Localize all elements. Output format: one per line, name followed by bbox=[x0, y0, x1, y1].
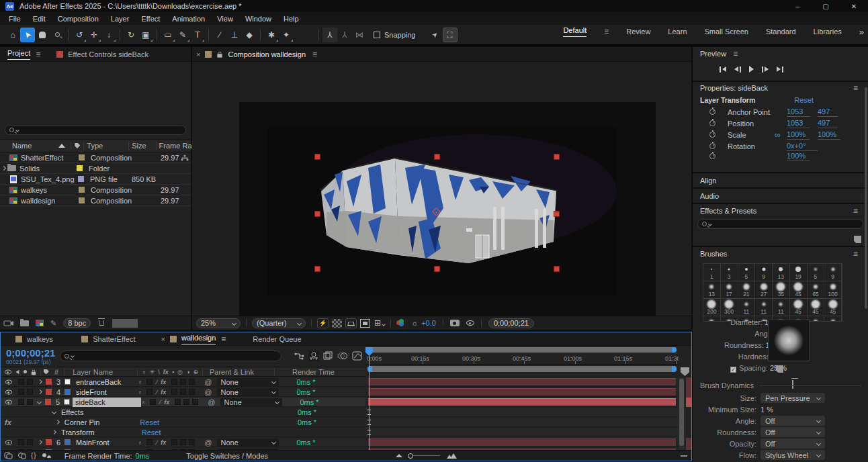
brush-preset[interactable]: 11 bbox=[773, 299, 790, 316]
parent-select[interactable]: None bbox=[217, 438, 279, 447]
effect-reset-link[interactable]: Reset bbox=[140, 418, 159, 426]
magnification-select[interactable]: 25% bbox=[196, 318, 241, 328]
brushes-panel-title[interactable]: Brushes bbox=[700, 250, 727, 258]
comp-canvas[interactable] bbox=[192, 62, 691, 316]
time-ruler-area[interactable]: 0:00s 00:15s 00:30s 00:45s 01:00s 01:15s… bbox=[365, 346, 679, 373]
quality-toggle[interactable]: ∕ bbox=[157, 379, 158, 385]
layer-label-chip[interactable] bbox=[46, 379, 52, 385]
home-tool[interactable]: ⌂ bbox=[5, 28, 20, 42]
new-brush-icon[interactable] bbox=[776, 365, 783, 373]
corner-pin-handle[interactable] bbox=[314, 154, 320, 160]
tab-project[interactable]: Project bbox=[7, 49, 30, 60]
parent-select[interactable]: None bbox=[217, 378, 279, 386]
transparency-grid-icon[interactable] bbox=[332, 319, 342, 328]
timeline-tab-menu-icon[interactable]: ≡ bbox=[221, 335, 226, 343]
quality-toggle[interactable]: ∕ bbox=[157, 439, 158, 446]
expander-icon[interactable] bbox=[38, 440, 42, 445]
layer-row-entranceBack[interactable]: 3 entranceBack ♁ ∕ fx @ None 0ms * bbox=[1, 377, 365, 387]
world-axis-mode-icon[interactable]: ⅄ bbox=[337, 28, 352, 42]
viewer-panel-menu-icon[interactable]: ≡ bbox=[312, 50, 317, 58]
solo-cell[interactable] bbox=[18, 439, 24, 445]
menu-view[interactable]: View bbox=[211, 15, 239, 23]
menu-window[interactable]: Window bbox=[239, 15, 277, 23]
timeline-tab-shattereffect[interactable]: ShatterEffect bbox=[93, 335, 135, 343]
solo-cell[interactable] bbox=[18, 399, 24, 405]
shy-toggle[interactable]: ♁ bbox=[138, 379, 142, 385]
current-timecode[interactable]: 0;00;00;21 bbox=[6, 347, 55, 359]
fx-badge[interactable]: fx bbox=[5, 418, 11, 426]
brush-preset[interactable]: 45 bbox=[790, 281, 808, 298]
eye-icon[interactable] bbox=[5, 389, 12, 394]
layer-duration-bar-selected[interactable] bbox=[368, 398, 676, 406]
toggle-cell[interactable] bbox=[189, 379, 195, 385]
brush-preset[interactable]: 35 bbox=[773, 281, 790, 298]
horizontal-scrollbar[interactable] bbox=[367, 366, 677, 372]
sort-asc-icon[interactable] bbox=[58, 144, 65, 148]
effects-group-row[interactable]: Effects 0ms * bbox=[1, 408, 365, 417]
rectangle-tool[interactable]: ▭ bbox=[161, 28, 175, 42]
layer-transform-group[interactable]: Layer Transform bbox=[700, 96, 755, 104]
brush-preset[interactable]: 5 bbox=[738, 264, 756, 281]
audio-panel-title[interactable]: Audio bbox=[700, 192, 719, 200]
layer-row-MainFront[interactable]: 6 MainFront ♁ ∕ fx @ None 0ms * bbox=[1, 438, 365, 447]
brush-preset[interactable] bbox=[808, 316, 825, 321]
position-x-value[interactable]: 1053 bbox=[787, 119, 810, 128]
lock-cell[interactable] bbox=[27, 399, 33, 405]
angle-dynamics-select[interactable]: Off bbox=[761, 416, 825, 426]
group-name[interactable]: Transform bbox=[61, 428, 95, 436]
layer-label-chip[interactable] bbox=[46, 439, 52, 445]
align-panel-title[interactable]: Align bbox=[700, 177, 716, 185]
corner-pin-effect-row[interactable]: fx Corner Pin Reset 0ms * bbox=[1, 418, 365, 427]
layer-name[interactable]: MainFront bbox=[76, 438, 135, 447]
brush-preset[interactable]: 19 bbox=[790, 264, 808, 281]
layer-name[interactable]: sideFront bbox=[76, 388, 135, 396]
toggle-cell[interactable] bbox=[175, 399, 181, 405]
hand-tool[interactable] bbox=[35, 28, 50, 42]
brush-preset[interactable]: 45 bbox=[790, 299, 808, 316]
expand-render-time-icon[interactable] bbox=[42, 452, 51, 459]
col-name[interactable]: Name bbox=[12, 142, 32, 150]
timeline-tab-render-queue[interactable]: Render Queue bbox=[253, 335, 301, 343]
parent-link-column[interactable]: Parent & Link bbox=[210, 368, 254, 376]
zoom-in-mountains-icon[interactable] bbox=[447, 453, 457, 459]
minimize-button[interactable]: – bbox=[783, 0, 812, 12]
lock-open-icon[interactable] bbox=[218, 54, 222, 57]
corner-pin-handle[interactable] bbox=[314, 266, 320, 272]
toggle-cell[interactable] bbox=[171, 379, 177, 385]
reset-exposure-icon[interactable]: ☼ bbox=[411, 319, 418, 327]
menu-effect[interactable]: Effect bbox=[135, 15, 166, 23]
effects-presets-panel-title[interactable]: Effects & Presets bbox=[700, 207, 756, 215]
rotation-tool[interactable]: ↻ bbox=[124, 28, 138, 42]
effect-name[interactable]: Corner Pin bbox=[64, 418, 100, 426]
toggle-cell[interactable] bbox=[189, 439, 195, 445]
toggle-cell[interactable] bbox=[171, 389, 177, 395]
workspace-small-screen[interactable]: Small Screen bbox=[705, 28, 748, 36]
fx-badge[interactable]: fx bbox=[161, 389, 166, 396]
brush-preset[interactable]: 65 bbox=[808, 281, 825, 298]
properties-menu-icon[interactable]: ≡ bbox=[853, 84, 858, 92]
preview-panel-title[interactable]: Preview bbox=[700, 50, 726, 58]
panel-resize-handle[interactable] bbox=[681, 455, 687, 457]
orbit-camera-tool[interactable]: ↺ bbox=[72, 28, 87, 42]
group-name[interactable]: Effects bbox=[61, 408, 83, 416]
pan-camera-tool[interactable]: ✛ bbox=[87, 28, 101, 42]
brush-preset[interactable]: 9 bbox=[824, 264, 842, 281]
brush-tool[interactable]: ∕ bbox=[212, 28, 227, 42]
puppet-pin-tool[interactable]: ✦ bbox=[279, 28, 294, 42]
color-depth-button[interactable]: 8 bpc bbox=[63, 318, 91, 328]
property-track[interactable] bbox=[365, 428, 679, 437]
stopwatch-icon[interactable] bbox=[709, 153, 715, 159]
expand-layer-switches-icon[interactable] bbox=[4, 452, 13, 459]
layer-name-column[interactable]: Layer Name bbox=[73, 368, 113, 376]
timeline-tab-walldesign[interactable]: walldesign bbox=[181, 334, 216, 344]
eye-icon[interactable] bbox=[5, 400, 12, 404]
brush-preset[interactable]: 45 bbox=[824, 299, 842, 316]
expander-icon[interactable] bbox=[38, 379, 42, 384]
play-button[interactable] bbox=[749, 66, 754, 73]
brush-preset[interactable]: 27 bbox=[755, 281, 773, 298]
view-axis-mode-icon[interactable]: ⋈ bbox=[352, 28, 367, 42]
corner-pin-snap-icon[interactable]: ⛶ bbox=[443, 28, 458, 42]
workspace-default[interactable]: Default bbox=[563, 26, 587, 37]
layer-track[interactable] bbox=[365, 398, 679, 407]
layer-duration-bar[interactable] bbox=[368, 378, 676, 385]
